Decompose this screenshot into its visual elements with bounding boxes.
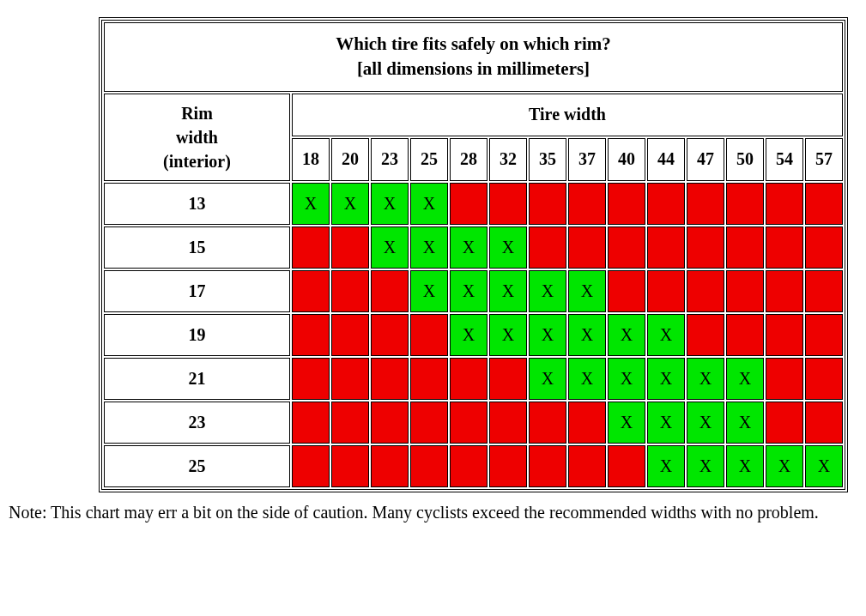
tire-width-col: 28 xyxy=(450,138,488,181)
incompatible-cell xyxy=(766,358,803,400)
incompatible-cell xyxy=(766,183,803,225)
rim-width-value: 13 xyxy=(104,183,290,225)
compatible-cell: X xyxy=(647,358,685,400)
incompatible-cell xyxy=(489,183,527,225)
incompatible-cell xyxy=(450,445,488,487)
incompatible-cell xyxy=(726,226,764,269)
incompatible-cell xyxy=(489,358,527,400)
incompatible-cell xyxy=(726,183,764,225)
compatible-cell: X xyxy=(450,270,488,312)
rim-width-value: 19 xyxy=(104,314,290,356)
incompatible-cell xyxy=(292,402,330,444)
rim-width-value: 17 xyxy=(104,270,290,312)
compatible-cell: X xyxy=(805,445,843,487)
compatible-cell: X xyxy=(766,445,803,487)
incompatible-cell xyxy=(568,402,606,444)
compatible-cell: X xyxy=(647,314,685,356)
incompatible-cell xyxy=(489,402,527,444)
compatible-cell: X xyxy=(529,270,566,312)
incompatible-cell xyxy=(805,402,843,444)
incompatible-cell xyxy=(805,358,843,400)
tire-width-col: 50 xyxy=(726,138,764,181)
compatible-cell: X xyxy=(450,314,488,356)
compatible-cell: X xyxy=(568,270,606,312)
tire-width-col: 54 xyxy=(766,138,803,181)
table-row: 21XXXXXX xyxy=(104,358,843,400)
compatible-cell: X xyxy=(489,270,527,312)
compatible-cell: X xyxy=(489,226,527,269)
compatible-cell: X xyxy=(687,402,724,444)
incompatible-cell xyxy=(371,358,409,400)
incompatible-cell xyxy=(371,314,409,356)
incompatible-cell xyxy=(805,314,843,356)
incompatible-cell xyxy=(410,402,448,444)
table-title: Which tire fits safely on which rim? [al… xyxy=(104,22,843,92)
tire-width-col: 20 xyxy=(331,138,369,181)
compatible-cell: X xyxy=(529,358,566,400)
table-row: 23XXXX xyxy=(104,402,843,444)
tire-width-col: 32 xyxy=(489,138,527,181)
incompatible-cell xyxy=(371,445,409,487)
incompatible-cell xyxy=(292,314,330,356)
incompatible-cell xyxy=(331,358,369,400)
incompatible-cell xyxy=(489,445,527,487)
compatible-cell: X xyxy=(726,445,764,487)
compatible-cell: X xyxy=(489,314,527,356)
compatible-cell: X xyxy=(410,270,448,312)
incompatible-cell xyxy=(529,445,566,487)
incompatible-cell xyxy=(687,314,724,356)
compatible-cell: X xyxy=(371,183,409,225)
compatible-cell: X xyxy=(608,402,645,444)
incompatible-cell xyxy=(410,445,448,487)
incompatible-cell xyxy=(805,183,843,225)
rim-width-header: Rim width (interior) xyxy=(104,94,290,181)
footnote: Note: This chart may err a bit on the si… xyxy=(9,501,850,524)
incompatible-cell xyxy=(647,270,685,312)
compatible-cell: X xyxy=(687,358,724,400)
compatible-cell: X xyxy=(608,314,645,356)
incompatible-cell xyxy=(608,226,645,269)
compatible-cell: X xyxy=(331,183,369,225)
title-line-2: [all dimensions in millimeters] xyxy=(357,58,590,79)
tire-width-section-header: Tire width xyxy=(292,94,843,136)
tire-width-col: 40 xyxy=(608,138,645,181)
compatible-cell: X xyxy=(410,226,448,269)
incompatible-cell xyxy=(450,183,488,225)
incompatible-cell xyxy=(687,226,724,269)
incompatible-cell xyxy=(687,270,724,312)
compatible-cell: X xyxy=(410,183,448,225)
rim-width-value: 15 xyxy=(104,226,290,269)
tire-width-col: 44 xyxy=(647,138,685,181)
title-line-1: Which tire fits safely on which rim? xyxy=(336,33,610,54)
incompatible-cell xyxy=(726,314,764,356)
incompatible-cell xyxy=(766,314,803,356)
incompatible-cell xyxy=(647,226,685,269)
compatible-cell: X xyxy=(726,358,764,400)
incompatible-cell xyxy=(766,270,803,312)
compatible-cell: X xyxy=(608,358,645,400)
rim-width-value: 25 xyxy=(104,445,290,487)
incompatible-cell xyxy=(292,270,330,312)
incompatible-cell xyxy=(568,445,606,487)
table-row: 15XXXX xyxy=(104,226,843,269)
incompatible-cell xyxy=(766,402,803,444)
incompatible-cell xyxy=(805,226,843,269)
rim-width-value: 21 xyxy=(104,358,290,400)
incompatible-cell xyxy=(292,358,330,400)
incompatible-cell xyxy=(608,445,645,487)
incompatible-cell xyxy=(410,314,448,356)
table-row: 25XXXXX xyxy=(104,445,843,487)
table-row: 19XXXXXX xyxy=(104,314,843,356)
compatible-cell: X xyxy=(529,314,566,356)
incompatible-cell xyxy=(331,402,369,444)
incompatible-cell xyxy=(529,226,566,269)
compatible-cell: X xyxy=(568,314,606,356)
incompatible-cell xyxy=(292,445,330,487)
tire-width-col: 37 xyxy=(568,138,606,181)
incompatible-cell xyxy=(450,358,488,400)
incompatible-cell xyxy=(331,270,369,312)
tire-width-col: 35 xyxy=(529,138,566,181)
incompatible-cell xyxy=(766,226,803,269)
incompatible-cell xyxy=(529,402,566,444)
incompatible-cell xyxy=(805,270,843,312)
